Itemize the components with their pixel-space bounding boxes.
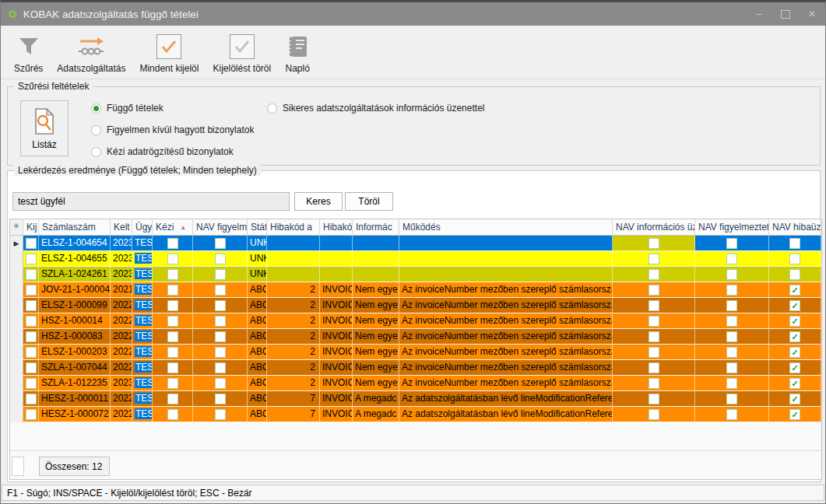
checkbox-unchecked[interactable]	[167, 254, 178, 264]
checkbox-unchecked[interactable]	[215, 254, 226, 264]
checkbox-unchecked[interactable]	[215, 285, 226, 296]
checkbox-unchecked[interactable]	[726, 362, 737, 373]
column-header-nav_figyelmeztetett[interactable]: NAV figyelmeztet	[695, 219, 769, 236]
column-header-ugyfel[interactable]: Ügyf	[132, 219, 153, 236]
filter-button[interactable]: Szűrés	[7, 30, 50, 75]
table-row[interactable]: HESZ-1-0000722022.TESZABOR7INVOICEA mega…	[10, 407, 821, 422]
checkbox-unchecked[interactable]	[726, 378, 737, 389]
checkbox-unchecked[interactable]	[215, 269, 226, 280]
column-header-szamlaszam[interactable]: Számlaszám	[39, 219, 111, 236]
checkbox-unchecked[interactable]	[26, 254, 37, 264]
checkbox-unchecked[interactable]	[215, 347, 226, 358]
checkbox-unchecked[interactable]	[167, 347, 178, 358]
checkbox-unchecked[interactable]	[26, 331, 37, 342]
checkbox-unchecked[interactable]	[167, 409, 178, 420]
radio-pending-items[interactable]: Függő tételek	[91, 103, 163, 114]
checkbox-unchecked[interactable]	[648, 362, 659, 373]
checkbox-unchecked[interactable]	[648, 269, 659, 280]
checkbox-unchecked[interactable]	[167, 378, 178, 389]
checkbox-unchecked[interactable]	[215, 362, 226, 373]
checkbox-unchecked[interactable]	[26, 300, 37, 311]
checkbox-unchecked[interactable]	[167, 394, 178, 404]
checkbox-checked[interactable]	[789, 362, 800, 373]
column-header-statusz[interactable]: Státu	[248, 219, 267, 236]
checkbox-unchecked[interactable]	[726, 285, 737, 296]
checkbox-unchecked[interactable]	[726, 347, 737, 358]
checkbox-unchecked[interactable]	[726, 394, 737, 404]
checkbox-unchecked[interactable]	[215, 331, 226, 342]
table-row[interactable]: HESZ-1-0000112022.TESZABOR7INVOICEA mega…	[10, 391, 821, 407]
checkbox-unchecked[interactable]	[26, 285, 37, 296]
checkbox-unchecked[interactable]	[215, 316, 226, 327]
checkbox-unchecked[interactable]	[26, 378, 37, 389]
clear-search-button[interactable]: Töröl	[345, 192, 393, 211]
checkbox-unchecked[interactable]	[789, 269, 800, 280]
data-service-button[interactable]: Adatszolgáltatás	[50, 30, 132, 75]
table-row[interactable]: ELSZ-1-0046552023.TESZUNKN	[10, 251, 821, 267]
checkbox-checked[interactable]	[789, 394, 800, 404]
clear-selection-button[interactable]: Kijelölést töröl	[206, 30, 278, 75]
table-row[interactable]: SZLA-1-0122352023.TESZABOR2INVOICENem eg…	[10, 376, 821, 391]
checkbox-unchecked[interactable]	[26, 409, 37, 420]
column-header-hibakod_a[interactable]: Hibakód a	[267, 219, 320, 236]
checkbox-unchecked[interactable]	[215, 409, 226, 420]
table-row[interactable]: HSZ-1-0000832022.TESZABOR2INVOICENem egy…	[10, 329, 821, 345]
listaz-button[interactable]: Listáz	[20, 100, 69, 156]
checkbox-unchecked[interactable]	[726, 269, 737, 280]
select-all-button[interactable]: Mindent kijelöl	[132, 30, 206, 75]
journal-button[interactable]: Napló	[278, 30, 317, 75]
checkbox-checked[interactable]	[789, 378, 800, 389]
close-button[interactable]: ✕	[799, 2, 825, 26]
checkbox-unchecked[interactable]	[648, 347, 659, 358]
checkbox-unchecked[interactable]	[167, 285, 178, 296]
table-row[interactable]: JOV-21-1-0000412021.TESZABOR2INVOICENem …	[10, 282, 821, 298]
search-input[interactable]	[12, 192, 290, 211]
checkbox-unchecked[interactable]	[648, 254, 659, 264]
checkbox-unchecked[interactable]	[726, 238, 737, 249]
checkbox-unchecked[interactable]	[648, 238, 659, 249]
checkbox-unchecked[interactable]	[648, 331, 659, 342]
checkbox-checked[interactable]	[789, 285, 800, 296]
checkbox-unchecked[interactable]	[167, 331, 178, 342]
column-header-nav_info_uzenet[interactable]: NAV információs üzen	[613, 219, 695, 236]
checkbox-checked[interactable]	[789, 300, 800, 311]
radio-manual-entry-documents[interactable]: Kézi adatrögzítésű bizonylatok	[91, 146, 234, 157]
checkbox-unchecked[interactable]	[167, 300, 178, 311]
checkbox-unchecked[interactable]	[789, 254, 800, 264]
checkbox-unchecked[interactable]	[167, 316, 178, 327]
checkbox-unchecked[interactable]	[648, 409, 659, 420]
table-row[interactable]: SZLA-1-0242612023.TESZUNKN	[10, 267, 821, 282]
checkbox-unchecked[interactable]	[26, 269, 37, 280]
checkbox-unchecked[interactable]	[726, 254, 737, 264]
column-header-kezi[interactable]: Kézi▲	[153, 219, 193, 236]
checkbox-unchecked[interactable]	[26, 362, 37, 373]
column-header-informacio[interactable]: Informác	[353, 219, 399, 236]
checkbox-unchecked[interactable]	[726, 316, 737, 327]
column-header-nav_figyelmezt[interactable]: NAV figyelmezt	[193, 219, 248, 236]
column-header-nav_hibauzenet[interactable]: NAV hibaüzer	[769, 219, 821, 236]
checkbox-checked[interactable]	[789, 331, 800, 342]
radio-successful-with-info[interactable]: Sikeres adatszolgáltatások információs ü…	[267, 103, 484, 114]
checkbox-unchecked[interactable]	[26, 347, 37, 358]
column-header-kij[interactable]: Kij	[23, 219, 39, 236]
checkbox-unchecked[interactable]	[648, 300, 659, 311]
checkbox-unchecked[interactable]	[648, 378, 659, 389]
checkbox-unchecked[interactable]	[215, 394, 226, 404]
checkbox-unchecked[interactable]	[26, 394, 37, 404]
checkbox-unchecked[interactable]	[648, 394, 659, 404]
checkbox-unchecked[interactable]	[726, 300, 737, 311]
checkbox-checked[interactable]	[789, 409, 800, 420]
minimize-button[interactable]: –	[746, 2, 772, 26]
column-header-mukodes[interactable]: Működés	[399, 219, 613, 236]
checkbox-unchecked[interactable]	[167, 238, 178, 249]
checkbox-unchecked[interactable]	[215, 300, 226, 311]
checkbox-unchecked[interactable]	[789, 238, 800, 249]
maximize-button[interactable]	[772, 2, 799, 26]
checkbox-unchecked[interactable]	[167, 269, 178, 280]
column-header-kelt[interactable]: Kelt	[111, 219, 132, 236]
checkbox-checked[interactable]	[789, 347, 800, 358]
radio-ignored-documents[interactable]: Figyelmen kívül hagyott bizonylatok	[91, 124, 254, 135]
checkbox-unchecked[interactable]	[215, 378, 226, 389]
table-row[interactable]: ELSZ-1-0002032022.TESZABOR2INVOICENem eg…	[10, 345, 821, 360]
table-row[interactable]: ELSZ-1-0000992022.TESZABOR2INVOICENem eg…	[10, 298, 821, 313]
